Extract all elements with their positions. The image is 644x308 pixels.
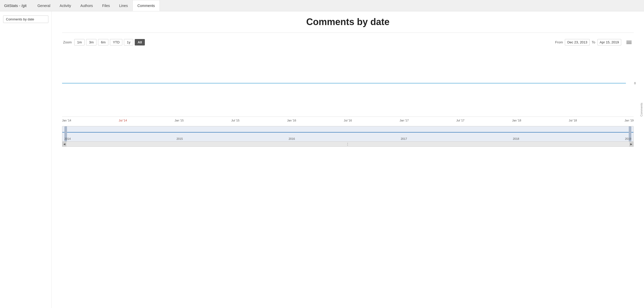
chart-y-value: 0 (634, 82, 636, 85)
chart-scrollbar[interactable]: ◀ ⋮ ▶ (62, 142, 634, 147)
x-label-jan14: Jan '14 (62, 119, 71, 122)
scrollbar-left-arrow[interactable]: ◀ (62, 142, 66, 147)
zoom-section: Zoom 1m 3m 6m YTD 1y All (63, 39, 145, 45)
chart-y-axis-label: Comments (640, 50, 643, 117)
x-label-jan17: Jan '17 (400, 119, 409, 122)
tab-general[interactable]: General (33, 0, 55, 11)
tab-authors[interactable]: Authors (76, 0, 98, 11)
x-label-jul18: Jul '18 (569, 119, 577, 122)
navigator-label-2016: 2016 (289, 137, 295, 140)
x-label-jul17: Jul '17 (456, 119, 464, 122)
date-range-section: From Dec 23, 2013 To Apr 15, 2019 (555, 39, 633, 45)
zoom-label: Zoom (63, 40, 72, 44)
tab-comments[interactable]: Comments (132, 0, 160, 11)
scrollbar-right-arrow[interactable]: ▶ (629, 142, 633, 147)
x-label-jan19: Jan '19 (625, 119, 634, 122)
site-title: GitStats - /git (4, 3, 27, 8)
navigator-label-2018: 2018 (513, 137, 519, 140)
navigator-label-2015: 2015 (177, 137, 183, 140)
navigator-line (62, 132, 633, 133)
x-label-jan15: Jan '15 (175, 119, 184, 122)
chart-data-line (62, 83, 626, 83)
navigator-label-2019: 2019 (625, 137, 631, 140)
x-label-jul15: Jul '15 (231, 119, 239, 122)
scrollbar-thumb[interactable]: ⋮ (346, 142, 350, 146)
main-layout: Comments by date Comments by date Zoom 1… (0, 11, 644, 308)
section-divider (62, 33, 634, 33)
x-axis: Jan '14 Jul '14 Jan '15 Jul '15 Jan '16 … (62, 117, 634, 124)
navigator-label-2014: 2014 (64, 137, 71, 140)
sidebar-item-comments-by-date[interactable]: Comments by date (3, 16, 48, 23)
tab-activity[interactable]: Activity (55, 0, 76, 11)
top-navigation: GitStats - /git General Activity Authors… (0, 0, 644, 11)
x-label-jul16: Jul '16 (344, 119, 352, 122)
from-date-input[interactable]: Dec 23, 2013 (565, 39, 589, 45)
nav-tabs: General Activity Authors Files Lines Com… (33, 0, 160, 11)
scrollbar-track[interactable]: ⋮ (66, 142, 629, 147)
navigator-labels: 2014 2015 2016 2017 2018 2019 (62, 136, 633, 140)
zoom-6m-button[interactable]: 6m (98, 39, 108, 45)
x-label-jan18: Jan '18 (512, 119, 521, 122)
page-title: Comments by date (62, 17, 634, 27)
zoom-all-button[interactable]: All (135, 39, 145, 45)
to-label: To (592, 40, 595, 44)
chart-menu-icon[interactable] (625, 40, 633, 45)
menu-line-1 (626, 41, 632, 41)
zoom-1y-button[interactable]: 1y (124, 39, 133, 45)
x-label-jan16: Jan '16 (287, 119, 296, 122)
zoom-ytd-button[interactable]: YTD (110, 39, 122, 45)
main-content: Comments by date Zoom 1m 3m 6m YTD 1y Al… (52, 11, 644, 308)
to-date-input[interactable]: Apr 15, 2019 (597, 39, 621, 45)
zoom-1m-button[interactable]: 1m (74, 39, 85, 45)
sidebar: Comments by date (0, 11, 52, 308)
chart-navigator[interactable]: 2014 2015 2016 2017 2018 2019 (62, 126, 634, 142)
tab-files[interactable]: Files (98, 0, 115, 11)
x-label-jul14: Jul '14 (119, 119, 127, 122)
tab-lines[interactable]: Lines (115, 0, 132, 11)
navigator-label-2017: 2017 (401, 137, 407, 140)
chart-wrapper: 0 Comments Jan '14 Jul '14 Jan '15 Jul '… (62, 50, 634, 147)
menu-line-2 (626, 42, 632, 43)
zoom-3m-button[interactable]: 3m (86, 39, 96, 45)
menu-line-3 (626, 43, 632, 44)
from-label: From (555, 40, 563, 44)
chart-controls: Zoom 1m 3m 6m YTD 1y All From Dec 23, 20… (62, 39, 634, 45)
chart-area: 0 Comments (62, 50, 634, 117)
